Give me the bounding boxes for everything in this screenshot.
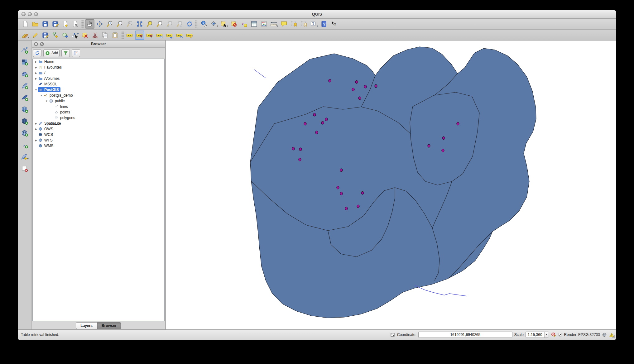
tree-item-wcs[interactable]: WCS — [33, 132, 164, 137]
toggle-editing-button[interactable] — [31, 31, 40, 40]
collapse-all-button[interactable] — [72, 49, 80, 57]
map-tips-button[interactable] — [279, 19, 289, 29]
new-shapefile-layer-button[interactable]: ▾ — [20, 152, 29, 161]
add-wms-layer-button[interactable] — [20, 105, 29, 114]
select-features-button[interactable]: ▾ — [219, 19, 229, 29]
tree-item-postgis-demo[interactable]: ▼postgis_demo — [33, 93, 164, 98]
save-layer-edits-button[interactable] — [41, 31, 50, 40]
add-wcs-layer-button[interactable] — [20, 117, 29, 126]
tree-item-root[interactable]: ▶/ — [33, 70, 164, 76]
pan-to-selection-button[interactable] — [95, 19, 104, 29]
remove-layer-button[interactable] — [20, 164, 29, 173]
add-wfs-layer-button[interactable] — [20, 128, 29, 138]
dropdown-arrow-icon[interactable]: ▾ — [277, 25, 278, 29]
zoom-in-button[interactable] — [105, 19, 114, 29]
coordinate-input[interactable]: 1619291,6940265 — [418, 332, 512, 338]
expander-icon[interactable]: ▶ — [34, 122, 38, 125]
move-feature-button[interactable] — [60, 31, 70, 40]
help-contents-button[interactable]: ? — [319, 19, 329, 29]
new-print-composer-button[interactable] — [60, 19, 70, 29]
copy-features-button[interactable] — [100, 31, 110, 40]
expander-icon[interactable]: ▼ — [45, 100, 49, 103]
filter-browser-button[interactable] — [61, 49, 70, 57]
tab-browser[interactable]: Browser — [97, 322, 121, 329]
expander-icon[interactable]: ▶ — [34, 72, 38, 74]
zoom-to-selection-button[interactable] — [145, 19, 154, 29]
identify-features-button[interactable]: i — [199, 19, 209, 29]
label-pin-unpin-button[interactable]: ab — [135, 31, 144, 40]
dropdown-arrow-icon[interactable]: ▾ — [28, 36, 29, 40]
add-button[interactable]: Add — [43, 49, 60, 57]
select-by-expression-button[interactable]: ε — [239, 19, 249, 29]
expander-icon[interactable]: ▶ — [34, 139, 38, 142]
add-feature-button[interactable] — [50, 31, 60, 40]
zoom-out-button[interactable] — [115, 19, 124, 29]
dropdown-arrow-icon[interactable]: ▾ — [27, 157, 28, 161]
label-properties-button[interactable]: abc — [185, 31, 194, 40]
add-raster-layer-button[interactable] — [20, 57, 29, 67]
tree-item-lines[interactable]: lines — [33, 104, 164, 109]
text-annotation-button[interactable]: T▾ — [309, 19, 319, 29]
zoom-full-extent-button[interactable] — [135, 19, 144, 29]
expander-icon[interactable]: ▶ — [34, 128, 38, 131]
node-tool-button[interactable] — [70, 31, 80, 40]
add-vector-layer-button[interactable] — [20, 46, 29, 55]
tree-item-public[interactable]: ▼public — [33, 98, 164, 104]
scale-combo[interactable]: 1:15,360 ▾ — [526, 332, 549, 338]
add-mssql-layer-button[interactable] — [20, 93, 29, 102]
render-checkbox[interactable] — [558, 333, 562, 337]
run-feature-action-button[interactable]: ▾ — [209, 19, 219, 29]
paste-features-button[interactable] — [110, 31, 120, 40]
stop-render-button[interactable] — [551, 332, 556, 338]
label-highlight-pinned-button[interactable]: ab — [145, 31, 154, 40]
save-project-as-button[interactable] — [50, 19, 60, 29]
open-project-button[interactable] — [31, 19, 40, 29]
dropdown-arrow-icon[interactable]: ▾ — [217, 25, 218, 29]
pan-map-button[interactable] — [85, 19, 94, 29]
field-calculator-button[interactable] — [259, 19, 269, 29]
new-project-button[interactable] — [21, 19, 30, 29]
expander-icon[interactable]: ▶ — [34, 66, 38, 69]
title-bar[interactable]: QGIS — [18, 10, 616, 19]
add-postgis-layer-button[interactable] — [20, 69, 29, 79]
measure-button[interactable]: ▾ — [269, 19, 279, 29]
label-rotate-button[interactable]: abc — [175, 31, 184, 40]
tree-item-volumes[interactable]: ▶/Volumes — [33, 76, 164, 81]
current-edits-button[interactable]: ▾ — [21, 31, 30, 40]
deselect-features-button[interactable] — [229, 19, 239, 29]
open-attribute-table-button[interactable] — [249, 19, 259, 29]
dropdown-arrow-icon[interactable]: ▾ — [227, 25, 228, 29]
crs-button[interactable] — [602, 332, 607, 338]
tree-item-polygons[interactable]: polygons — [33, 115, 164, 121]
whats-this-button[interactable]: ? — [329, 19, 339, 29]
zoom-next-button[interactable] — [175, 19, 184, 29]
dropdown-arrow-icon[interactable]: ▾ — [317, 25, 318, 29]
tree-item-ows[interactable]: ▶OWS — [33, 126, 164, 132]
delete-selected-button[interactable] — [80, 31, 90, 40]
label-move-button[interactable]: abc — [165, 31, 174, 40]
add-spatialite-layer-button[interactable] — [20, 81, 29, 90]
cut-features-button[interactable] — [90, 31, 100, 40]
tree-item-home[interactable]: ▶Home — [33, 59, 164, 65]
refresh-map-button[interactable] — [185, 19, 194, 29]
expander-icon[interactable]: ▶ — [34, 77, 38, 80]
scale-dropdown-icon[interactable]: ▾ — [544, 332, 549, 338]
expander-icon[interactable]: ▼ — [39, 94, 43, 97]
tree-item-spatialite[interactable]: ▶SpatiaLite — [33, 121, 164, 126]
zoom-to-layer-button[interactable] — [155, 19, 164, 29]
composer-manager-button[interactable] — [70, 19, 80, 29]
zoom-actual-size-button[interactable]: 1:1 — [125, 19, 134, 29]
label-show-hide-button[interactable]: abc — [155, 31, 164, 40]
tree-item-wfs[interactable]: ▶WFS — [33, 137, 164, 143]
tab-layers[interactable]: Layers — [76, 322, 97, 329]
expander-icon[interactable]: ▼ — [34, 89, 38, 91]
extents-toggle-button[interactable] — [390, 332, 395, 338]
save-project-button[interactable] — [41, 19, 50, 29]
expander-icon[interactable]: ▶ — [34, 60, 38, 63]
tree-item-postgis[interactable]: ▼PostGIS — [33, 87, 164, 93]
refresh-browser-button[interactable] — [33, 49, 41, 57]
resize-grip[interactable] — [610, 334, 616, 339]
show-bookmarks-button[interactable] — [299, 19, 309, 29]
layer-labeling-button[interactable]: abc — [125, 31, 134, 40]
new-bookmark-button[interactable] — [289, 19, 299, 29]
